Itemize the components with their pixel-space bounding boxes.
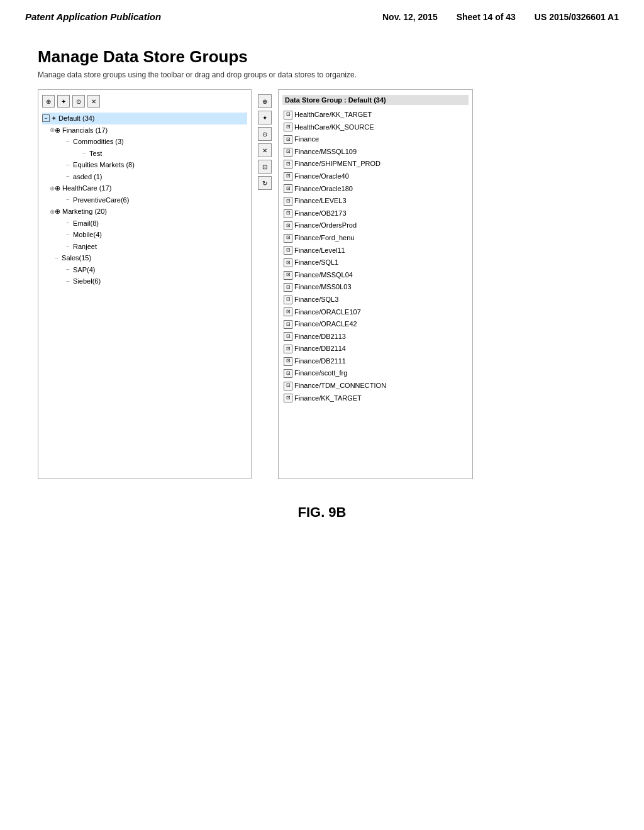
list-item[interactable]: ⊡ Finance/SHIPMENT_PROD bbox=[282, 158, 469, 170]
tree-label-asded: asded (1) bbox=[73, 172, 102, 182]
list-item[interactable]: ⊡ Finance/MSSQL04 bbox=[282, 269, 469, 282]
ds-label: Finance/TDM_CONNECTION bbox=[294, 380, 386, 392]
mid-icon-add[interactable]: ⊕ bbox=[258, 94, 272, 108]
ds-label: Finance/Oracle40 bbox=[294, 171, 349, 182]
ds-label: Finance bbox=[294, 134, 319, 145]
list-item[interactable]: ⊡ Finance/MSSQL109 bbox=[282, 146, 469, 158]
mid-icon-refresh[interactable]: ↻ bbox=[258, 176, 272, 190]
tree-item-mobile[interactable]: − Mobile(4) bbox=[42, 229, 247, 241]
tree-label-preventivecare: PreventiveCare(6) bbox=[73, 195, 129, 206]
list-item[interactable]: ⊡ Finance/OrdersProd bbox=[282, 219, 469, 232]
ds-icon: ⊡ bbox=[284, 221, 292, 230]
header-patent: US 2015/0326601 A1 bbox=[535, 12, 619, 22]
ds-label: Finance/ORACLE107 bbox=[294, 307, 361, 318]
mid-icon-delete[interactable]: ✕ bbox=[258, 143, 272, 157]
ds-icon: ⊡ bbox=[284, 271, 292, 280]
list-item[interactable]: ⊡ Finance/Level11 bbox=[282, 245, 469, 257]
tree-item-healthcare[interactable]: ⊕ ⊕ HealthCare (17) bbox=[42, 182, 247, 194]
mid-icon-star[interactable]: ✦ bbox=[258, 111, 272, 124]
list-item[interactable]: ⊡ Finance/DB2111 bbox=[282, 355, 469, 368]
ds-icon: ⊡ bbox=[284, 111, 292, 119]
header-sheet: Sheet 14 of 43 bbox=[457, 12, 516, 22]
ds-label: HealthCare/KK_TARGET bbox=[294, 109, 372, 121]
figure-label: FIG. 9B bbox=[38, 504, 606, 521]
ds-icon: ⊡ bbox=[284, 148, 292, 157]
middle-toolbar: ⊕ ✦ ⊙ ✕ ⊡ ↻ bbox=[258, 89, 272, 190]
tree-item-commodities[interactable]: − Commodities (3) bbox=[42, 136, 247, 148]
tree-item-sales[interactable]: − Sales(15) bbox=[42, 252, 247, 264]
list-item[interactable]: ⊡ Finance/SQL3 bbox=[282, 294, 469, 306]
ds-label: Finance/DB2114 bbox=[294, 343, 346, 355]
mid-icon-chain[interactable]: ⊙ bbox=[258, 127, 272, 141]
ds-label: Finance/OrdersProd bbox=[294, 220, 357, 231]
left-toolbar-delete[interactable]: ✕ bbox=[87, 95, 100, 108]
left-toolbar-settings[interactable]: ⊙ bbox=[72, 95, 85, 108]
list-item[interactable]: ⊡ Finance/ORACLE107 bbox=[282, 306, 469, 319]
tree-label-sales: Sales(15) bbox=[62, 253, 91, 263]
tree-item-preventivecare[interactable]: − PreventiveCare(6) bbox=[42, 194, 247, 206]
tree-label-equities: Equities Markets (8) bbox=[73, 160, 135, 170]
page-subtitle: Manage data store groups using the toolb… bbox=[38, 70, 606, 79]
ds-icon: ⊡ bbox=[284, 382, 292, 390]
left-panel: ⊕ ✦ ⊙ ✕ − ✦ Default (34) ⊕ ⊕ Financials … bbox=[38, 89, 252, 479]
tree-item-sap[interactable]: − SAP(4) bbox=[42, 264, 247, 276]
list-item[interactable]: ⊡ HealthCare/KK_SOURCE bbox=[282, 121, 469, 134]
list-item[interactable]: ⊡ Finance/OB2173 bbox=[282, 208, 469, 220]
tree-item-test[interactable]: − Test bbox=[42, 148, 247, 160]
ds-label: Finance/MSS0L03 bbox=[294, 282, 352, 293]
ds-label: HealthCare/KK_SOURCE bbox=[294, 122, 374, 133]
ds-icon: ⊡ bbox=[284, 296, 292, 304]
ds-label: Finance/Oracle180 bbox=[294, 184, 353, 195]
ds-label: Finance/LEVEL3 bbox=[294, 196, 347, 207]
ds-icon: ⊡ bbox=[284, 234, 292, 243]
list-item[interactable]: ⊡ Finance/Oracle40 bbox=[282, 170, 469, 183]
ds-label: Finance/Ford_henu bbox=[294, 233, 354, 244]
ds-icon: ⊡ bbox=[284, 123, 292, 131]
tree-label-financials: Financials (17) bbox=[62, 125, 108, 136]
ds-label: Finance/SHIPMENT_PROD bbox=[294, 158, 380, 170]
mid-icon-doc[interactable]: ⊡ bbox=[258, 160, 272, 174]
list-item[interactable]: ⊡ Finance/DB2113 bbox=[282, 331, 469, 343]
ds-label: Finance/ORACLE42 bbox=[294, 319, 357, 330]
tree-item-marketing[interactable]: ⊕ ⊕ Marketing (20) bbox=[42, 206, 247, 218]
tree-item-equities[interactable]: − Equities Markets (8) bbox=[42, 159, 247, 171]
tree-label-healthcare: HealthCare (17) bbox=[62, 183, 111, 194]
tree-item-asded[interactable]: − asded (1) bbox=[42, 171, 247, 183]
tree-item-email[interactable]: − Email(8) bbox=[42, 218, 247, 230]
list-item[interactable]: ⊡ Finance bbox=[282, 133, 469, 146]
marketing-icon: ⊕ bbox=[55, 206, 60, 217]
list-item[interactable]: ⊡ Finance/DB2114 bbox=[282, 343, 469, 355]
ds-icon: ⊡ bbox=[284, 369, 292, 378]
ds-label: Finance/MSSQL04 bbox=[294, 270, 353, 281]
ds-icon: ⊡ bbox=[284, 246, 292, 255]
ds-icon: ⊡ bbox=[284, 357, 292, 366]
ds-icon: ⊡ bbox=[284, 258, 292, 267]
financials-icon: ⊕ bbox=[55, 125, 60, 136]
ds-label: Finance/Level11 bbox=[294, 245, 345, 257]
list-item[interactable]: ⊡ Finance/SQL1 bbox=[282, 257, 469, 269]
ds-icon: ⊡ bbox=[284, 345, 292, 353]
list-item[interactable]: ⊡ Finance/Oracle180 bbox=[282, 183, 469, 196]
left-toolbar-star[interactable]: ✦ bbox=[57, 95, 70, 108]
list-item[interactable]: ⊡ Finance/TDM_CONNECTION bbox=[282, 380, 469, 392]
tree-label-marketing: Marketing (20) bbox=[62, 206, 107, 217]
list-item[interactable]: ⊡ Finance/MSS0L03 bbox=[282, 281, 469, 294]
ds-label: Finance/KK_TARGET bbox=[294, 393, 362, 404]
left-toolbar-add[interactable]: ⊕ bbox=[42, 95, 55, 108]
right-panel-header: Data Store Group : Default (34) bbox=[282, 95, 469, 105]
list-item[interactable]: ⊡ HealthCare/KK_TARGET bbox=[282, 109, 469, 121]
tree-item-financials[interactable]: ⊕ ⊕ Financials (17) bbox=[42, 124, 247, 136]
list-item[interactable]: ⊡ Finance/LEVEL3 bbox=[282, 195, 469, 208]
tree-item-siebel[interactable]: − Siebel(6) bbox=[42, 275, 247, 287]
tree-item-default[interactable]: − ✦ Default (34) bbox=[42, 113, 247, 124]
list-item[interactable]: ⊡ Finance/KK_TARGET bbox=[282, 392, 469, 405]
ds-icon: ⊡ bbox=[284, 283, 292, 292]
list-item[interactable]: ⊡ Finance/scott_frg bbox=[282, 367, 469, 380]
list-item[interactable]: ⊡ Finance/ORACLE42 bbox=[282, 318, 469, 331]
tree-toggle-default[interactable]: − bbox=[42, 114, 50, 122]
ds-icon: ⊡ bbox=[284, 320, 292, 329]
header-meta: Nov. 12, 2015 Sheet 14 of 43 US 2015/032… bbox=[382, 12, 619, 22]
ds-label: Finance/DB2111 bbox=[294, 356, 346, 367]
list-item[interactable]: ⊡ Finance/Ford_henu bbox=[282, 232, 469, 245]
tree-item-ranjeet[interactable]: − Ranjeet bbox=[42, 241, 247, 253]
